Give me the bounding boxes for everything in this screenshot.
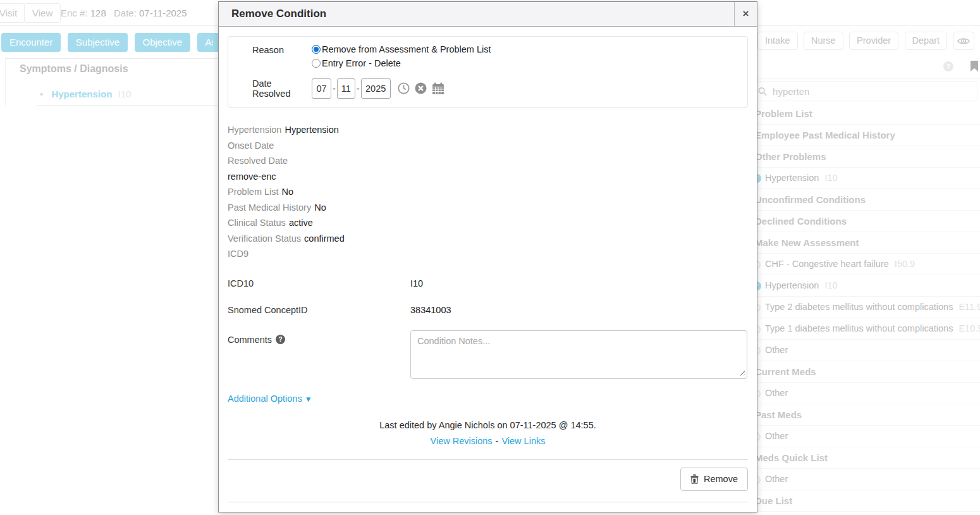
detail-label: Problem List <box>228 187 279 197</box>
audit-links: View Revisions-View Links <box>228 436 748 446</box>
detail-label: Verification Status <box>228 233 301 244</box>
detail-label: Past Medical History <box>228 202 311 213</box>
detail-label: ICD9 <box>228 249 248 259</box>
remove-condition-modal: Remove Condition × Reason Remove from As… <box>218 1 757 512</box>
date-separator: - <box>333 84 336 94</box>
detail-label: Resolved Date <box>228 156 288 166</box>
remove-button-label: Remove <box>704 474 738 484</box>
detail-row: Past Medical HistoryNo <box>228 200 748 216</box>
modal-header: Remove Condition × <box>219 2 757 27</box>
date-resolved-label: Date Resolved <box>252 78 312 99</box>
detail-value: No <box>282 187 294 197</box>
link-separator: - <box>496 436 499 446</box>
date-year-input[interactable] <box>361 78 391 99</box>
additional-options-label: Additional Options <box>228 394 302 404</box>
detail-row: Verification Statusconfirmed <box>228 231 748 247</box>
radio-icon[interactable] <box>312 59 321 68</box>
detail-value: active <box>289 218 313 228</box>
detail-row: ICD9 <box>228 246 748 262</box>
detail-row: Onset Date <box>228 138 748 154</box>
modal-body: Reason Remove from Assessment & Problem … <box>219 36 757 515</box>
detail-label: Onset Date <box>228 140 274 151</box>
detail-row: remove-enc <box>228 169 748 185</box>
modal-footer: Remove <box>228 460 748 502</box>
field-label: ICD10 <box>228 278 410 289</box>
reason-option[interactable]: Entry Error - Delete <box>312 58 491 68</box>
app-canvas: Visit View Enc #: 128 Date: 07-11-2025 E… <box>0 0 980 515</box>
field-value: 38341003 <box>410 305 451 315</box>
condition-notes-textarea[interactable] <box>410 330 747 379</box>
view-revisions-link[interactable]: View Revisions <box>431 436 493 446</box>
detail-label: Hypertension <box>228 125 281 135</box>
reason-radio-group: Remove from Assessment & Problem List En… <box>312 44 491 72</box>
last-edited-text: Last edited by Angie Nichols on 07-11-20… <box>228 420 748 430</box>
field-label: Snomed ConceptID <box>228 305 410 315</box>
modal-title: Remove Condition <box>231 8 326 20</box>
code-field-row: Snomed ConceptID38341003 <box>228 305 748 315</box>
calendar-icon[interactable] <box>432 82 444 95</box>
detail-value: Hypertension <box>285 125 338 135</box>
detail-row: HypertensionHypertension <box>228 122 748 138</box>
date-separator: - <box>357 84 360 94</box>
remove-button[interactable]: Remove <box>680 468 748 491</box>
comments-row: Comments ? <box>228 330 748 381</box>
condition-details: HypertensionHypertension Onset Date Reso… <box>228 122 748 262</box>
detail-label: Clinical Status <box>228 218 286 228</box>
reason-label: Reason <box>252 44 312 72</box>
detail-value: remove-enc <box>228 171 276 182</box>
question-circle-icon[interactable]: ? <box>276 335 285 344</box>
clock-icon[interactable] <box>398 82 410 94</box>
clear-date-icon[interactable] <box>415 82 427 94</box>
reason-option-label: Entry Error - Delete <box>322 58 401 68</box>
detail-row: Clinical Statusactive <box>228 215 748 231</box>
reason-option[interactable]: Remove from Assessment & Problem List <box>312 44 491 54</box>
detail-value: confirmed <box>304 233 345 244</box>
reason-panel: Reason Remove from Assessment & Problem … <box>228 36 748 108</box>
date-tools <box>398 82 444 95</box>
additional-options-toggle[interactable]: Additional Options ▼ <box>228 394 748 404</box>
code-field-row: ICD10I10 <box>228 278 748 289</box>
audit-block: Last edited by Angie Nichols on 07-11-20… <box>228 420 748 446</box>
field-value: I10 <box>410 278 423 289</box>
date-month-input[interactable] <box>312 78 331 99</box>
date-resolved-row: Date Resolved - - <box>252 78 741 99</box>
date-day-input[interactable] <box>337 78 355 99</box>
close-icon[interactable]: × <box>734 2 757 26</box>
trash-icon <box>690 475 699 484</box>
view-links-link[interactable]: View Links <box>501 436 545 446</box>
divider <box>228 502 748 502</box>
detail-value: No <box>314 202 326 213</box>
chevron-down-icon: ▼ <box>305 395 312 404</box>
radio-icon[interactable] <box>312 45 321 54</box>
comments-label: Comments <box>228 335 272 345</box>
reason-option-label: Remove from Assessment & Problem List <box>322 44 491 54</box>
code-fields: ICD10I10 Snomed ConceptID38341003 <box>228 278 748 315</box>
detail-row: Problem ListNo <box>228 184 748 200</box>
detail-row: Resolved Date <box>228 153 748 169</box>
